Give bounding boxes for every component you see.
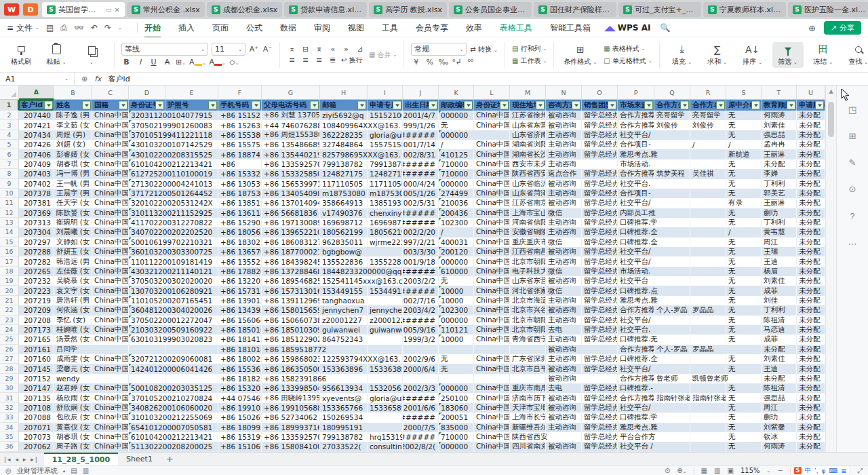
cell[interactable]: 500108200203035125 (129, 383, 165, 393)
filter-dropdown-icon[interactable] (357, 101, 366, 110)
cell[interactable]: 未分配 (797, 364, 825, 373)
cell[interactable] (690, 256, 726, 266)
cell[interactable]: +86 15263810 (218, 120, 262, 130)
cell[interactable]: 未分配 (797, 140, 825, 149)
cell[interactable]: 合作方推荐 (618, 393, 654, 402)
cell[interactable]: +86 15332585 (218, 169, 262, 178)
cell[interactable]: 留学总经办 (582, 286, 618, 295)
cell[interactable]: ######### (403, 218, 439, 227)
cell[interactable] (439, 345, 474, 354)
cell[interactable]: China中国 (474, 403, 510, 413)
cell[interactable]: China中国 (92, 218, 129, 227)
font-color-button[interactable]: A⌄ (210, 58, 226, 66)
cell[interactable]: 未分配 (797, 267, 825, 276)
cell[interactable]: 2002/3/3 (403, 383, 439, 393)
cell[interactable]: ######### (403, 130, 439, 140)
cell[interactable]: China中国 (92, 140, 129, 149)
cell[interactable]: 未分配 (762, 159, 797, 169)
cell[interactable]: +44 07546918 (218, 393, 262, 402)
cell[interactable]: +86 1580156591 (262, 305, 320, 315)
cell[interactable]: 207421 (19, 120, 54, 130)
row-number[interactable]: 31 (0, 393, 19, 402)
cell[interactable]: 合作方推荐 (618, 169, 654, 178)
cell[interactable]: 000000 (439, 442, 474, 451)
cell[interactable]: +86 13053983 (218, 179, 262, 189)
document-tab[interactable]: S医护五险一金.xlsx (788, 2, 868, 17)
cell[interactable]: 138519326 (368, 198, 403, 208)
cell[interactable]: 864752343 (320, 335, 368, 344)
sheet-tab-Sheet1[interactable]: Sheet1 (118, 453, 161, 466)
cell[interactable] (654, 189, 690, 198)
cell[interactable]: 未分配 (797, 413, 825, 422)
cell[interactable]: 122593794XXX@163. (320, 354, 368, 364)
menu-tab-插入[interactable]: 插入 (177, 20, 196, 37)
cell[interactable]: 2000/4/24 (403, 179, 439, 189)
cell[interactable]: China中国 (474, 276, 510, 286)
cell[interactable]: 天津市宝坻 (510, 403, 546, 413)
cell[interactable]: 刘紫馨 (762, 423, 797, 432)
cell[interactable]: 主动咨询 (546, 256, 582, 266)
cell[interactable]: 370105200210270824 (129, 393, 165, 402)
zoom-out-icon[interactable]: − (777, 467, 783, 474)
cell[interactable]: 612725200110100019 (129, 169, 165, 178)
cell[interactable]: +86 15319918 (218, 432, 262, 442)
cell[interactable]: 未分配 (797, 130, 825, 140)
cell[interactable]: 社交平台 / (618, 442, 654, 451)
row-number[interactable]: 5 (0, 140, 19, 149)
cell[interactable]: 956613934 (320, 383, 368, 393)
cell[interactable]: China中国 (474, 179, 510, 189)
cell[interactable]: +86 18101832 (218, 345, 262, 354)
cell[interactable]: 未分配 (797, 256, 825, 266)
cell[interactable]: 511302200208200025 (129, 442, 165, 451)
cell[interactable]: ######### (403, 316, 439, 325)
cell[interactable]: 成菲 (762, 286, 797, 295)
cell[interactable]: 曾老师 (654, 374, 690, 383)
cell[interactable]: 平台合作方 (618, 432, 654, 442)
cell[interactable]: 无 (439, 276, 474, 286)
cell[interactable]: 无 (726, 403, 762, 413)
cell[interactable]: ziyi5692@q (320, 111, 368, 120)
cell[interactable]: +86 1340540988 (262, 189, 320, 198)
sum-button[interactable]: ∑ 求和 ⌄ (702, 42, 733, 68)
cell[interactable]: 被动咨询 (546, 276, 582, 286)
cell[interactable] (403, 345, 439, 354)
cell[interactable] (654, 198, 690, 208)
cell[interactable]: 舒妍玉 (女 (54, 247, 92, 256)
cell[interactable]: 102300 (439, 218, 474, 227)
increase-font-icon[interactable]: A⁺ (249, 45, 259, 54)
cell[interactable] (510, 345, 546, 354)
status-tool1-icon[interactable]: ▤ (71, 467, 77, 474)
filter-dropdown-icon[interactable] (464, 101, 473, 110)
cell[interactable]: 合作项目- (618, 189, 654, 198)
cell[interactable]: 任天宇 (女 (54, 198, 92, 208)
filter-dropdown-icon[interactable] (500, 101, 509, 110)
cell[interactable]: 153363896 (368, 364, 403, 373)
cell[interactable]: +86 52734062 (262, 413, 320, 422)
cell[interactable]: 无 (726, 423, 762, 432)
cell[interactable]: China中国 (474, 423, 510, 432)
cell[interactable] (474, 374, 510, 383)
header-cell[interactable]: 父母电话号码 (262, 100, 320, 111)
cell[interactable]: +86 1851229020 (262, 335, 320, 344)
cell[interactable]: 2003/2/2 (403, 276, 439, 286)
cell[interactable]: China中国 (92, 354, 129, 364)
cell[interactable]: 社交平台/ (618, 247, 654, 256)
header-cell[interactable]: 申请顾问 (797, 100, 825, 111)
cell[interactable]: +86 周煜155380 (262, 130, 320, 140)
cell[interactable] (654, 130, 690, 140)
row-number[interactable]: 11 (0, 198, 19, 208)
cell[interactable]: 27033522( (320, 442, 368, 451)
cell[interactable]: 刘素佳 (762, 354, 797, 364)
panel-grid-icon[interactable]: ⊞ (849, 131, 856, 141)
cell[interactable]: +86 15152100 (218, 111, 262, 120)
cell[interactable]: China中国 (92, 413, 129, 422)
filter-dropdown-icon[interactable] (716, 101, 725, 110)
cell[interactable]: +86 1339985047 (262, 383, 320, 393)
sort-button[interactable]: A↓ 排序 ⌄ (737, 42, 768, 68)
cell[interactable]: 留学总经办 (582, 247, 618, 256)
borders-button[interactable]: ⊞⌄ (176, 58, 186, 66)
cell[interactable]: 153449155 (368, 286, 403, 295)
cell[interactable] (690, 286, 726, 295)
cell[interactable]: 赵君婷 (女 (54, 383, 92, 393)
cell[interactable]: 362228235 (320, 130, 368, 140)
